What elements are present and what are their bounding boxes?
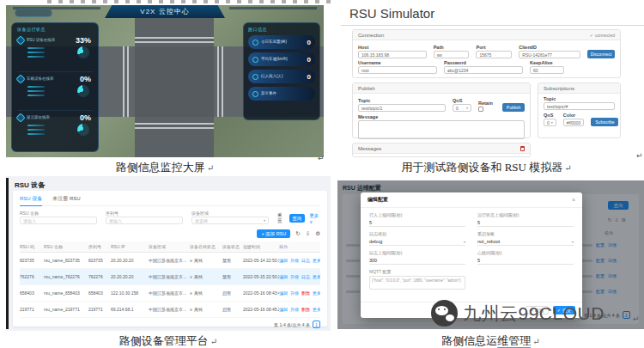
reboot-policy-select[interactable]: not_reboot▾ [477,238,574,246]
action-more[interactable]: 更多 [313,290,320,296]
action-log[interactable]: 日志 [301,258,310,263]
subscribe-topic-input[interactable]: test/topic/# [544,102,615,110]
port-input[interactable]: 15675 [476,51,512,58]
action-delete[interactable]: 删除 [301,290,310,296]
qos-value: 0 [547,120,550,125]
connection-status-label: connected [595,33,615,38]
pedestrian-interval-input[interactable]: 5 [369,219,465,227]
pedestrian-icon [252,74,258,80]
action-edit[interactable]: 编辑 [279,258,288,263]
table-row[interactable]: 762276 rsu_name_762276 762276 20.20.20.2… [20,269,320,285]
log-level-select[interactable]: debug▾ [369,238,465,246]
clientid-input[interactable]: RSU-14281e77 [519,51,580,58]
hexagon-icon [15,113,25,122]
publish-topic-input[interactable]: test/topic/1 [358,104,446,112]
serial-input[interactable]: 请输入 [106,217,183,224]
cell-status: 启用 [222,307,243,313]
path-input[interactable]: ws [434,51,470,58]
region-select[interactable]: 请选择 ▾ [191,217,269,224]
disconnect-button[interactable]: Disconnect [587,50,615,58]
publish-button[interactable]: Publish [502,103,525,112]
form-field: 重启策略 not_reboot▾ [477,231,574,246]
col-header: 序列号 [88,244,111,249]
page-1-button[interactable]: 1 [313,321,320,328]
status-interval-input[interactable]: 5 [477,219,574,227]
mqtt-config-textarea[interactable]: {"host": "0.0.0.0", "port": 1883, "usern… [369,276,465,290]
stat-legend [27,47,45,58]
reset-button[interactable]: 重置 [277,212,285,224]
stat-legend [27,125,45,136]
hexagon-icon [15,35,25,45]
tab-rsu-devices[interactable]: RSU 设备 [20,195,42,203]
action-more[interactable]: 更多 [313,307,320,312]
col-header: 创建时间 [243,244,279,249]
publish-qos-select[interactable]: 0 ▾ [453,104,471,112]
settings-icon[interactable]: ⚙ [315,231,320,237]
table-row[interactable]: 219771 rsu_name_219771 219771 69.214.68.… [20,302,320,318]
header-decoration [229,7,317,9]
action-upgrade[interactable]: 升级 [290,307,299,312]
cropped-text-line [47,0,331,3]
message-textarea[interactable] [358,120,525,139]
crosswalk [135,120,214,129]
refresh-icon[interactable]: ↻ [295,231,300,237]
keepalive-input[interactable]: 60 [530,66,564,74]
action-upgrade[interactable]: 升级 [290,274,299,279]
cell-serial: 219771 [88,307,111,313]
retain-checkbox[interactable] [478,107,483,112]
cell-serial: 823735 [88,258,111,264]
filter-label: 设备区域 [191,211,269,216]
tab-unregistered-rsu[interactable]: 未注册 RSU [52,195,80,203]
password-input[interactable]: abc@1234 [444,66,523,74]
action-edit[interactable]: 编辑 [279,307,288,312]
panel-header: 设备运行状态 [17,27,93,32]
table-row[interactable]: 823735 rsu_name_823735 823735 20.20.20.2… [20,253,320,269]
info-label: 异常事件 [261,92,276,96]
download-icon[interactable]: ⇩ [306,231,310,237]
online-text: 离线 [194,307,203,312]
cell-rsu-id: 658403 [20,290,44,296]
cell-serial: 658403 [88,290,111,296]
field-value: debug [369,239,382,244]
action-more[interactable]: 更多 [313,274,320,279]
log-interval-input[interactable]: 300 [369,257,465,265]
gauge-fan-icon [77,124,89,136]
action-delete[interactable]: 删除 [301,307,310,312]
table-row[interactable]: 658403 rsu_name_658403 658403 122.10.30.… [20,285,320,302]
add-rsu-button[interactable]: + 添加 RSU [257,229,290,238]
username-input[interactable]: root [358,66,437,74]
info-label: 平均车速(km/h) [261,58,288,62]
trash-icon[interactable] [520,146,525,151]
action-upgrade[interactable]: 升级 [290,258,299,263]
action-log[interactable]: 日志 [301,274,310,279]
action-more[interactable]: 更多 [313,258,320,263]
subscribe-qos-select[interactable]: 0 ▾ [544,119,556,126]
stat-block: 显示屏在线率 0% [17,111,93,150]
topic-label: Topic [544,96,615,101]
search-button[interactable]: 查询 [289,214,306,223]
action-edit[interactable]: 编辑 [279,290,288,296]
speed-icon [252,57,258,63]
connection-status: ✓ connected [590,33,615,38]
caret-down-icon: ▾ [264,218,265,223]
more-button[interactable]: 更多 ∨ [309,213,320,224]
close-icon[interactable]: × [572,197,575,203]
caret-down-icon: ▾ [572,240,574,244]
rsu-name-input[interactable]: 请输入 [20,217,97,224]
form-field: 行人上报间隔(秒) 5 [369,212,465,227]
heartbeat-interval-input[interactable]: 5 [477,257,574,265]
host-input[interactable]: 106.15.183.98 [358,51,427,58]
action-edit[interactable]: 编辑 [279,274,288,279]
info-label: 行人闯入(人) [261,75,283,79]
cell-online: 离线 [190,307,222,313]
cell-created: 2022-05-14 22:50:34 [243,258,279,264]
action-upgrade[interactable]: 升级 [290,290,299,296]
caption-device-platform: 路侧设备管理平台↵ [6,333,331,348]
col-header: 设备状态 [222,244,243,249]
online-text: 离线 [194,258,203,263]
subscriptions-card: Subscriptions Topic test/topic/# QoS 0 ▾… [538,82,621,138]
subscribe-button[interactable]: Subscribe [591,118,618,126]
field-label: 行人上报间隔(秒) [369,212,465,217]
stat-label: 显示屏在线率 [27,115,58,119]
color-input[interactable]: #ff0000 [563,119,585,126]
